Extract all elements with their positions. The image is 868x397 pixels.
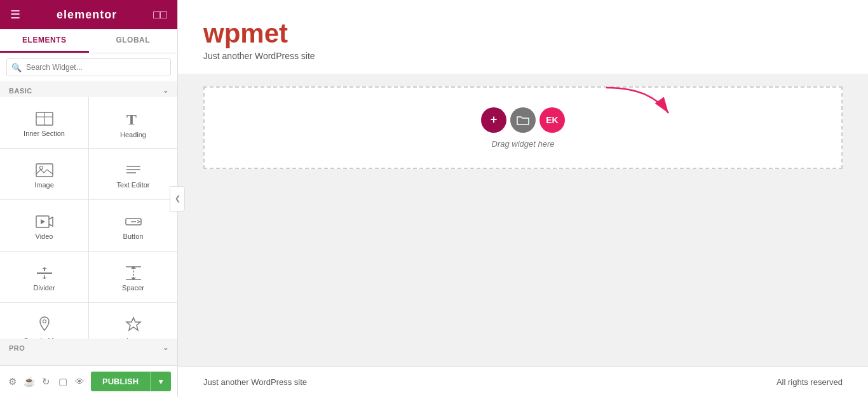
video-icon [36,215,53,229]
layers-icon[interactable]: ☕ [24,373,36,391]
main-canvas: wpmet Just another WordPress site + [178,0,868,397]
hamburger-icon[interactable]: ☰ [10,8,20,22]
grid-icon[interactable]: □□ [153,8,167,22]
widget-inner-section-label: Inner Section [24,130,65,137]
footer-right-text: All rights reserved [776,377,843,387]
history-icon[interactable]: ↻ [41,373,53,391]
widget-image[interactable]: Image [0,149,88,199]
svg-marker-18 [42,278,47,279]
search-icon: 🔍 [11,63,22,72]
add-section-button[interactable]: + [481,107,506,133]
canvas-content: + EK Drag widget here [178,74,868,367]
widget-heading[interactable]: T Heading [89,97,177,148]
svg-point-5 [39,166,43,170]
canvas-wrap: wpmet Just another WordPress site + [178,0,868,397]
elementor-logo: elementor [57,8,117,22]
publish-button-label: PUBLISH [91,372,150,391]
elementor-kit-button[interactable]: EK [539,107,565,133]
templates-button[interactable] [510,107,536,133]
publish-button[interactable]: PUBLISH ▼ [91,372,171,391]
widget-google-maps[interactable]: Google Maps [0,303,88,339]
drop-zone[interactable]: + EK Drag widget here [203,86,843,169]
search-wrap: 🔍 [0,53,177,81]
inner-section-icon [36,112,53,126]
sidebar-tabs: ELEMENTS GLOBAL [0,29,177,53]
svg-point-24 [43,320,46,323]
site-footer: Just another WordPress site All rights r… [178,367,868,397]
template-icon[interactable]: ▢ [57,373,69,391]
drop-zone-buttons: + EK [481,107,565,133]
site-subtitle: Just another WordPress site [203,51,843,61]
section-basic-label[interactable]: BASIC ⌄ [0,81,177,97]
image-icon [36,163,53,177]
sidebar-header: ☰ elementor □□ [0,0,177,29]
google-maps-icon [37,316,52,333]
eye-icon[interactable]: 👁 [74,373,86,391]
widget-video[interactable]: Video [0,200,88,251]
widget-button-label: Button [123,232,144,240]
footer-left-text: Just another WordPress site [203,377,307,387]
svg-marker-25 [126,318,140,330]
sidebar-footer: ⚙ ☕ ↻ ▢ 👁 PUBLISH ▼ [0,365,177,397]
widget-spacer[interactable]: Spacer [89,252,177,302]
widget-image-label: Image [34,181,54,189]
tab-elements[interactable]: ELEMENTS [0,29,89,53]
site-title: wpmet [203,19,843,48]
publish-arrow-icon[interactable]: ▼ [150,372,171,391]
svg-marker-10 [41,219,45,224]
divider-icon [36,266,53,280]
icon-widget-icon [125,316,142,333]
spacer-icon [125,266,142,280]
heading-icon: T [125,111,142,127]
svg-marker-17 [42,267,47,269]
drop-zone-label: Drag widget here [492,139,555,149]
collapse-handle[interactable]: ❮ [170,186,185,212]
site-header: wpmet Just another WordPress site [178,0,868,74]
widget-icon[interactable]: Icon [89,303,177,339]
chevron-down-icon-pro: ⌄ [163,344,169,352]
section-pro-label[interactable]: PRO ⌄ [0,339,177,354]
arrow-indicator [600,81,676,119]
widget-divider-label: Divider [33,284,55,292]
svg-text:T: T [126,111,137,127]
settings-icon[interactable]: ⚙ [6,373,18,391]
widget-text-editor[interactable]: Text Editor [89,149,177,199]
widget-heading-label: Heading [120,131,146,138]
widget-grid-basic: Inner Section T Heading Image [0,97,177,339]
chevron-down-icon: ⌄ [163,86,169,95]
tab-global[interactable]: GLOBAL [89,29,178,53]
text-editor-icon [125,163,142,177]
svg-rect-4 [36,164,53,177]
widget-video-label: Video [36,232,53,240]
widget-text-editor-label: Text Editor [117,181,150,189]
widget-button[interactable]: Button [89,200,177,251]
widget-spacer-label: Spacer [122,284,144,292]
button-icon [125,215,142,229]
search-input[interactable] [6,58,171,76]
widget-inner-section[interactable]: Inner Section [0,97,88,148]
sidebar: ☰ elementor □□ ELEMENTS GLOBAL 🔍 BASIC ⌄ [0,0,178,397]
widget-divider[interactable]: Divider [0,252,88,302]
